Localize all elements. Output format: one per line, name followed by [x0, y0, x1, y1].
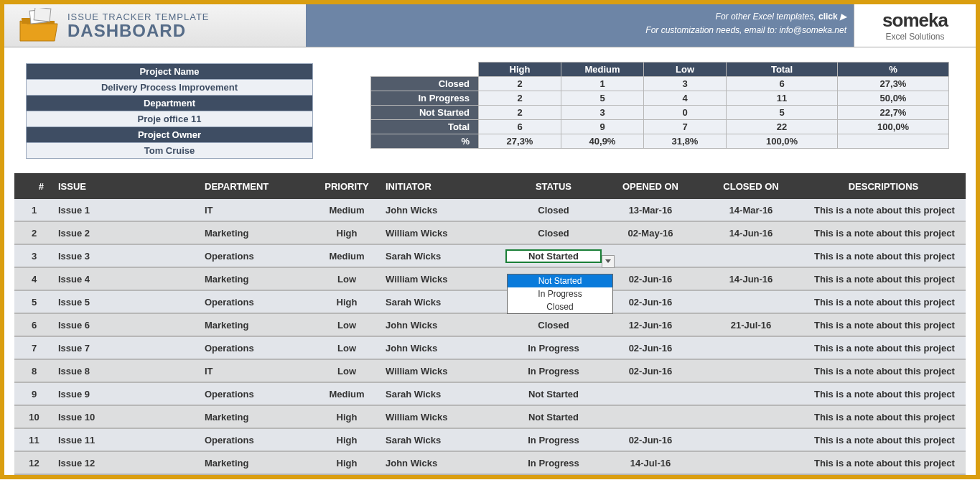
cell-dept[interactable]: Operations — [205, 251, 312, 262]
cell-priority[interactable]: High — [312, 412, 381, 423]
status-dropdown-list[interactable]: Not StartedIn ProgressClosed — [507, 274, 613, 314]
cell-num[interactable]: 11 — [14, 435, 54, 446]
cell-description[interactable]: This is a note about this project — [801, 274, 966, 285]
cell-description[interactable]: This is a note about this project — [801, 320, 966, 331]
cell-initiator[interactable]: Sarah Wicks — [381, 251, 507, 262]
cell-dept[interactable]: Marketing — [205, 274, 312, 285]
info-v3[interactable]: Tom Cruise — [27, 143, 312, 158]
cell-status[interactable]: In Progress — [507, 343, 600, 354]
cell-dept[interactable]: Marketing — [205, 412, 312, 423]
cell-status[interactable]: Not StartedNot StartedIn ProgressClosed — [507, 251, 600, 262]
cell-dept[interactable]: Operations — [205, 389, 312, 400]
cell-issue[interactable]: Issue 12 — [54, 458, 205, 469]
cell-description[interactable]: This is a note about this project — [801, 251, 966, 262]
dropdown-option[interactable]: Closed — [508, 300, 612, 313]
cell-initiator[interactable]: William Wicks — [381, 412, 507, 423]
cell-num[interactable]: 5 — [14, 297, 54, 308]
cell-initiator[interactable]: Sarah Wicks — [381, 435, 507, 446]
cell-opened[interactable]: 02-Jun-16 — [600, 297, 701, 308]
cell-priority[interactable]: High — [312, 228, 381, 239]
dropdown-button[interactable] — [602, 255, 615, 268]
cell-description[interactable]: This is a note about this project — [801, 297, 966, 308]
cell-status[interactable]: Closed — [507, 205, 600, 216]
cell-initiator[interactable]: John Wicks — [381, 320, 507, 331]
table-row[interactable]: 2Issue 2MarketingHighWilliam WicksClosed… — [14, 222, 966, 245]
cell-opened[interactable]: 13-Mar-16 — [600, 205, 701, 216]
cell-status[interactable]: Not Started — [507, 389, 600, 400]
cell-opened[interactable]: 02-Jun-16 — [600, 274, 701, 285]
table-row[interactable]: 4Issue 4MarketingLowWilliam Wicks02-Jun-… — [14, 268, 966, 291]
cell-issue[interactable]: Issue 7 — [54, 343, 205, 354]
cell-closed[interactable]: 14-Jun-16 — [701, 228, 801, 239]
cell-issue[interactable]: Issue 1 — [54, 205, 205, 216]
cell-issue[interactable]: Issue 3 — [54, 251, 205, 262]
cell-issue[interactable]: Issue 6 — [54, 320, 205, 331]
cell-num[interactable]: 2 — [14, 228, 54, 239]
cell-status[interactable]: Closed — [507, 228, 600, 239]
table-row[interactable]: 3Issue 3OperationsMediumSarah WicksNot S… — [14, 245, 966, 268]
cell-issue[interactable]: Issue 9 — [54, 389, 205, 400]
table-row[interactable]: 11Issue 11OperationsHighSarah WicksIn Pr… — [14, 429, 966, 452]
cell-issue[interactable]: Issue 10 — [54, 412, 205, 423]
cell-opened[interactable]: 02-Jun-16 — [600, 435, 701, 446]
table-row[interactable]: 7Issue 7OperationsLowJohn WicksIn Progre… — [14, 337, 966, 360]
cell-closed[interactable]: 14-Jun-16 — [701, 274, 801, 285]
cell-priority[interactable]: Low — [312, 320, 381, 331]
cell-description[interactable]: This is a note about this project — [801, 389, 966, 400]
cell-priority[interactable]: Low — [312, 343, 381, 354]
cell-num[interactable]: 6 — [14, 320, 54, 331]
cell-priority[interactable]: High — [312, 297, 381, 308]
cell-description[interactable]: This is a note about this project — [801, 458, 966, 469]
cell-issue[interactable]: Issue 2 — [54, 228, 205, 239]
cell-priority[interactable]: High — [312, 435, 381, 446]
cell-dept[interactable]: IT — [205, 366, 312, 377]
table-row[interactable]: 5Issue 5OperationsHighSarah WicksIn Prog… — [14, 291, 966, 314]
cell-description[interactable]: This is a note about this project — [801, 343, 966, 354]
table-row[interactable]: 1Issue 1ITMediumJohn WicksClosed13-Mar-1… — [14, 199, 966, 222]
table-row[interactable]: 9Issue 9OperationsMediumSarah WicksNot S… — [14, 383, 966, 406]
cell-closed[interactable]: 21-Jul-16 — [701, 320, 801, 331]
cell-issue[interactable]: Issue 5 — [54, 297, 205, 308]
table-row[interactable]: 12Issue 12MarketingHighJohn WicksIn Prog… — [14, 452, 966, 475]
cell-initiator[interactable]: William Wicks — [381, 274, 507, 285]
cell-num[interactable]: 10 — [14, 412, 54, 423]
cell-priority[interactable]: Low — [312, 274, 381, 285]
cell-initiator[interactable]: John Wicks — [381, 343, 507, 354]
cell-description[interactable]: This is a note about this project — [801, 366, 966, 377]
table-row[interactable]: 8Issue 8ITLowWilliam WicksIn Progress02-… — [14, 360, 966, 383]
cell-opened[interactable]: 02-May-16 — [600, 228, 701, 239]
info-v2[interactable]: Proje office 11 — [27, 111, 312, 127]
cell-description[interactable]: This is a note about this project — [801, 228, 966, 239]
cell-dept[interactable]: IT — [205, 205, 312, 216]
cell-priority[interactable]: Low — [312, 366, 381, 377]
cell-dept[interactable]: Marketing — [205, 458, 312, 469]
cell-issue[interactable]: Issue 4 — [54, 274, 205, 285]
cell-opened[interactable]: 12-Jun-16 — [600, 320, 701, 331]
cell-opened[interactable]: 14-Jul-16 — [600, 458, 701, 469]
cell-initiator[interactable]: John Wicks — [381, 205, 507, 216]
cell-initiator[interactable]: William Wicks — [381, 228, 507, 239]
cell-priority[interactable]: High — [312, 458, 381, 469]
cell-dept[interactable]: Operations — [205, 297, 312, 308]
header-note-click[interactable]: click — [818, 11, 838, 22]
cell-status[interactable]: Closed — [507, 320, 600, 331]
cell-opened[interactable]: 02-Jun-16 — [600, 366, 701, 377]
cell-num[interactable]: 7 — [14, 343, 54, 354]
someka-logo[interactable]: someka Excel Solutions — [854, 4, 976, 47]
info-v1[interactable]: Delivery Process Improvement — [27, 80, 312, 96]
cell-dept[interactable]: Operations — [205, 435, 312, 446]
dropdown-option[interactable]: In Progress — [508, 287, 612, 300]
cell-num[interactable]: 8 — [14, 366, 54, 377]
table-row[interactable]: 6Issue 6MarketingLowJohn WicksClosed12-J… — [14, 314, 966, 337]
cell-dept[interactable]: Operations — [205, 343, 312, 354]
cell-initiator[interactable]: John Wicks — [381, 458, 507, 469]
cell-status[interactable]: In Progress — [507, 435, 600, 446]
cell-description[interactable]: This is a note about this project — [801, 205, 966, 216]
cell-description[interactable]: This is a note about this project — [801, 435, 966, 446]
cell-description[interactable]: This is a note about this project — [801, 412, 966, 423]
cell-dept[interactable]: Marketing — [205, 320, 312, 331]
cell-initiator[interactable]: Sarah Wicks — [381, 389, 507, 400]
cell-closed[interactable]: 14-Mar-16 — [701, 205, 801, 216]
cell-num[interactable]: 12 — [14, 458, 54, 469]
dropdown-option[interactable]: Not Started — [508, 274, 612, 287]
